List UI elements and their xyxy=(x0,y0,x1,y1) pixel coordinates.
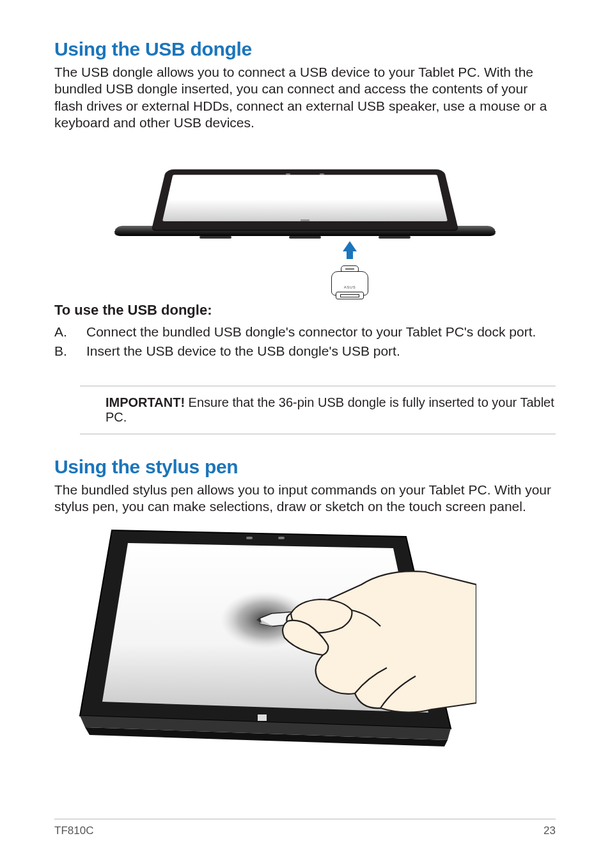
footer-model: TF810C xyxy=(54,825,93,837)
step-label: A. xyxy=(54,322,86,342)
step-label: B. xyxy=(54,342,86,361)
tablet-body xyxy=(152,170,458,230)
section-heading-stylus: Using the stylus pen xyxy=(54,456,556,478)
section-heading-usb-dongle: Using the USB dongle xyxy=(54,38,556,60)
usb-dongle-intro: The USB dongle allows you to connect a U… xyxy=(54,64,556,131)
step-text: Connect the bundled USB dongle's connect… xyxy=(86,322,536,342)
tablet-screen xyxy=(162,175,448,221)
figure-stylus xyxy=(54,524,556,741)
svg-rect-2 xyxy=(246,537,253,539)
page-footer: TF810C 23 xyxy=(54,819,556,837)
dongle-logo: ASUS xyxy=(344,285,356,289)
stylus-intro: The bundled stylus pen allows you to inp… xyxy=(54,482,556,516)
important-label: IMPORTANT! xyxy=(106,395,189,409)
footer-page-number: 23 xyxy=(544,825,556,837)
usb-dongle-illustration: ASUS xyxy=(331,265,368,296)
svg-rect-4 xyxy=(258,714,267,721)
step-b: B. Insert the USB device to the USB dong… xyxy=(54,342,556,361)
windows-button-icon xyxy=(301,219,309,221)
step-a: A. Connect the bundled USB dongle's conn… xyxy=(54,322,556,342)
figure-usb-dongle: ASUS xyxy=(54,140,556,296)
step-text: Insert the USB device to the USB dongle'… xyxy=(86,342,400,361)
usb-dongle-steps: A. Connect the bundled USB dongle's conn… xyxy=(54,322,556,361)
usb-dongle-steps-heading: To use the USB dongle: xyxy=(54,302,556,319)
arrow-up-icon xyxy=(343,241,357,251)
important-note: IMPORTANT! Ensure that the 36-pin USB do… xyxy=(80,386,556,434)
svg-rect-3 xyxy=(278,537,285,539)
